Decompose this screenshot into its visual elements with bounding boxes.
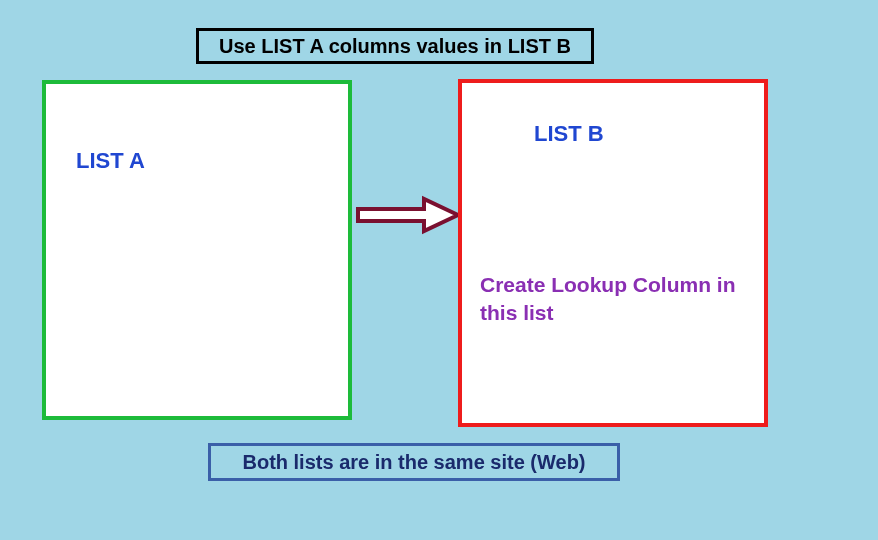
list-b-label: LIST B [534, 121, 604, 147]
list-b-box: LIST B Create Lookup Column in this list [458, 79, 768, 427]
arrow-icon [356, 195, 461, 235]
list-b-description: Create Lookup Column in this list [480, 271, 760, 328]
footer-box: Both lists are in the same site (Web) [208, 443, 620, 481]
list-a-box: LIST A [42, 80, 352, 420]
footer-text: Both lists are in the same site (Web) [242, 451, 585, 474]
list-a-label: LIST A [76, 148, 145, 174]
title-box: Use LIST A columns values in LIST B [196, 28, 594, 64]
title-text: Use LIST A columns values in LIST B [219, 35, 571, 58]
